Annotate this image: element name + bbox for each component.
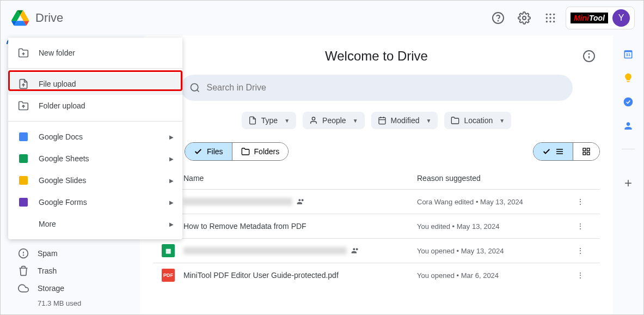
column-name: Name [183, 174, 417, 183]
file-reason: You opened • May 13, 2024 [417, 247, 569, 255]
filter-chips: Type▼ People▼ Modified▼ Location▼ [153, 112, 600, 129]
chevron-right-icon: ▶ [169, 134, 174, 140]
menu-label: Google Slides [39, 176, 86, 185]
chip-people[interactable]: People▼ [303, 112, 365, 129]
menu-google-forms[interactable]: Google Forms ▶ [8, 191, 182, 213]
file-name: How to Remove Metadata from PDF [183, 222, 417, 231]
brand-badge[interactable]: MiniTool Y [566, 7, 635, 29]
storage-used: 71.3 MB used [5, 299, 140, 307]
tasks-icon[interactable] [623, 96, 634, 107]
menu-more[interactable]: More ▶ [8, 213, 182, 235]
search-input[interactable] [207, 83, 564, 93]
spam-icon [18, 248, 29, 259]
folder-plus-icon [17, 46, 30, 59]
toggle-files[interactable]: Files [185, 143, 232, 160]
brand-logo: MiniTool [571, 13, 608, 23]
menu-google-slides[interactable]: Google Slides ▶ [8, 169, 182, 191]
new-context-menu: New folder File upload Folder upload Goo… [8, 38, 182, 239]
header-actions: MiniTool Y [487, 7, 635, 29]
grid-view-button[interactable] [573, 143, 599, 160]
pdf-icon: PDF [162, 269, 175, 282]
svg-point-16 [23, 255, 24, 256]
file-upload-icon [17, 77, 30, 90]
file-name-blurred [183, 247, 347, 255]
sidebar-item-storage[interactable]: Storage [5, 280, 140, 297]
menu-file-upload[interactable]: File upload [8, 73, 182, 95]
chevron-down-icon: ▼ [353, 118, 358, 124]
menu-google-sheets[interactable]: Google Sheets ▶ [8, 148, 182, 169]
menu-new-folder[interactable]: New folder [8, 42, 182, 64]
forms-icon [17, 196, 30, 209]
menu-label: File upload [39, 80, 76, 88]
menu-google-docs[interactable]: Google Docs ▶ [8, 126, 182, 148]
svg-point-11 [553, 21, 555, 22]
chevron-right-icon: ▶ [169, 199, 174, 205]
cloud-icon [18, 283, 29, 294]
file-row[interactable]: ▭ How to Remove Metadata from PDF You ed… [153, 214, 600, 238]
svg-line-21 [197, 90, 199, 92]
svg-point-5 [553, 14, 555, 15]
menu-label: Google Sheets [39, 154, 89, 163]
svg-point-19 [589, 54, 590, 54]
sidebar-item-trash[interactable]: Trash [5, 262, 140, 280]
toggle-folders[interactable]: Folders [232, 143, 289, 160]
settings-icon[interactable] [513, 7, 535, 29]
svg-point-37 [624, 98, 633, 107]
file-name-blurred [183, 198, 292, 205]
docs-icon [17, 130, 30, 143]
svg-point-6 [546, 17, 548, 19]
more-actions-icon[interactable]: ⋮ [569, 246, 591, 255]
trash-icon [18, 265, 29, 276]
chevron-down-icon: ▼ [426, 118, 431, 124]
svg-point-9 [546, 21, 548, 22]
table-header: Name Reason suggested [153, 167, 600, 189]
file-row[interactable]: ▦ You opened • May 13, 2024 ⋮ [153, 238, 600, 263]
search-bar[interactable] [181, 75, 573, 101]
file-reason: You edited • May 13, 2024 [417, 222, 569, 231]
list-view-button[interactable] [533, 143, 573, 160]
more-actions-icon[interactable]: ⋮ [569, 271, 591, 280]
more-actions-icon[interactable]: ⋮ [569, 222, 591, 231]
file-name: MiniTool PDF Editor User Guide-protected… [183, 271, 417, 280]
avatar[interactable]: Y [612, 9, 630, 27]
info-icon[interactable] [578, 45, 600, 67]
sidebar-label: Storage [38, 284, 64, 293]
menu-label: Google Forms [39, 198, 87, 207]
svg-point-7 [549, 17, 551, 19]
chevron-down-icon: ▼ [284, 118, 290, 124]
svg-point-22 [312, 117, 315, 120]
sidebar-item-spam[interactable]: Spam [5, 245, 140, 262]
file-reason: Cora Wang edited • May 13, 2024 [417, 198, 569, 206]
file-row[interactable]: PDF MiniTool PDF Editor User Guide-prote… [153, 263, 600, 287]
file-reason: You opened • Mar 6, 2024 [417, 271, 569, 280]
svg-rect-30 [583, 148, 586, 151]
svg-point-2 [523, 16, 526, 20]
chip-location[interactable]: Location▼ [444, 112, 511, 129]
menu-label: New folder [39, 49, 75, 57]
keep-icon[interactable] [623, 72, 634, 83]
svg-rect-31 [587, 148, 590, 151]
help-icon[interactable] [487, 7, 509, 29]
logo-area[interactable]: Drive [9, 7, 63, 29]
blank-icon [17, 217, 30, 231]
shared-icon [351, 246, 360, 255]
more-actions-icon[interactable]: ⋮ [569, 197, 591, 206]
menu-folder-upload[interactable]: Folder upload [8, 95, 182, 117]
calendar-icon[interactable]: 31 [623, 49, 634, 59]
chip-modified[interactable]: Modified▼ [371, 112, 438, 129]
main-content: Welcome to Drive Type▼ People▼ Modified▼… [140, 35, 613, 314]
svg-rect-23 [379, 118, 385, 124]
svg-rect-32 [583, 152, 586, 155]
menu-label: Folder upload [39, 101, 85, 110]
chevron-down-icon: ▼ [499, 118, 505, 124]
menu-divider [8, 68, 182, 69]
drive-logo-icon [9, 7, 31, 29]
add-icon[interactable]: + [624, 175, 632, 191]
svg-point-4 [549, 14, 551, 15]
file-row[interactable]: X Cora Wang edited • May 13, 2024 ⋮ [153, 189, 600, 214]
svg-point-3 [546, 14, 548, 15]
chip-type[interactable]: Type▼ [242, 112, 296, 129]
contacts-icon[interactable] [623, 120, 634, 131]
svg-point-8 [553, 17, 555, 19]
apps-icon[interactable] [539, 7, 561, 29]
